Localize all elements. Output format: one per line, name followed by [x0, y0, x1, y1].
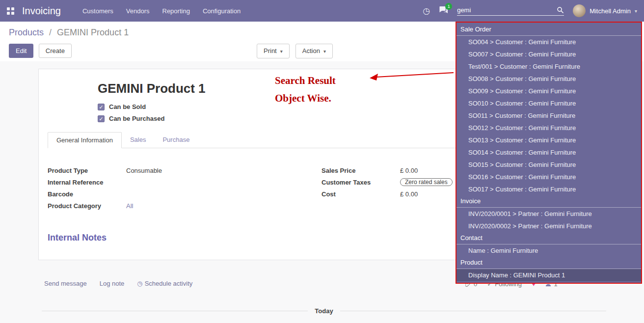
chat-unread-badge: 1: [445, 3, 452, 10]
annotation-line-1: Search Result: [275, 72, 336, 89]
breadcrumb-products-link[interactable]: Products: [9, 27, 44, 37]
avatar: [573, 4, 586, 17]
menu-configuration[interactable]: Configuration: [203, 7, 241, 15]
search-icon[interactable]: [557, 6, 564, 14]
search-result-item[interactable]: SO012 > Customer : Gemini Furniture: [456, 122, 641, 134]
activities-clock-icon[interactable]: ◷: [423, 7, 430, 15]
chatter-buttons: Send message Log note ◷Schedule activity: [44, 280, 192, 287]
search-group-header: Sale Order: [456, 24, 641, 36]
today-divider: Today: [42, 307, 606, 315]
edit-button[interactable]: Edit: [9, 44, 33, 58]
clock-icon: ◷: [137, 280, 142, 287]
customer-taxes-label: Customer Taxes: [322, 179, 400, 186]
product-category-row: Product Category All: [48, 201, 322, 210]
product-category-value[interactable]: All: [126, 202, 133, 210]
menu-customers[interactable]: Customers: [82, 7, 113, 15]
can-be-sold-checkbox[interactable]: ✓: [98, 104, 105, 110]
search-result-item[interactable]: SO015 > Customer : Gemini Furniture: [456, 159, 641, 171]
search-group-sale-order: Sale Order SO004 > Customer : Gemini Fur…: [456, 24, 641, 195]
global-search: [457, 6, 564, 16]
search-group-header: Invoice: [456, 195, 641, 208]
search-result-item[interactable]: SO017 > Customer : Gemini Furniture: [456, 183, 641, 195]
action-menu-button[interactable]: Action▾: [295, 44, 333, 58]
app-title[interactable]: Invoicing: [22, 5, 61, 17]
product-type-value: Consumable: [126, 167, 162, 174]
left-field-group: Product Type Consumable Internal Referen…: [48, 166, 322, 213]
topbar-right: ◷ 1 Mitchell Admin ▾: [423, 4, 637, 17]
search-group-contact: Contact Name : Gemini Furniture: [456, 232, 641, 257]
internal-reference-label: Internal Reference: [48, 179, 126, 186]
search-result-item[interactable]: SO008 > Customer : Gemini Furniture: [456, 73, 641, 85]
send-message-button[interactable]: Send message: [44, 280, 87, 287]
can-be-sold-label: Can be Sold: [109, 103, 146, 110]
internal-reference-row: Internal Reference: [48, 178, 322, 187]
search-group-header: Product: [456, 257, 641, 269]
search-group-header: Contact: [456, 232, 641, 244]
log-note-button[interactable]: Log note: [100, 280, 125, 287]
can-be-purchased-label: Can be Purchased: [109, 115, 164, 122]
tab-sales[interactable]: Sales: [122, 132, 155, 148]
tab-general-information[interactable]: General Information: [48, 132, 122, 148]
top-menu: Customers Vendors Reporting Configuratio…: [82, 7, 241, 15]
create-button[interactable]: Create: [39, 44, 72, 58]
page: Invoicing Customers Vendors Reporting Co…: [0, 0, 644, 323]
search-result-item[interactable]: SO011 > Customer : Gemini Furniture: [456, 109, 641, 122]
product-type-label: Product Type: [48, 167, 126, 174]
messages-icon[interactable]: 1: [439, 6, 448, 16]
menu-vendors[interactable]: Vendors: [126, 7, 150, 15]
action-buttons: Print▾ Action▾: [254, 44, 333, 58]
search-result-item[interactable]: INV/2020/0002 > Partner : Gemini Furnitu…: [456, 220, 641, 232]
schedule-activity-button[interactable]: ◷Schedule activity: [137, 280, 192, 287]
cost-value: £ 0.00: [400, 190, 418, 198]
topbar: Invoicing Customers Vendors Reporting Co…: [0, 0, 644, 22]
product-type-row: Product Type Consumable: [48, 166, 322, 175]
search-result-item[interactable]: SO014 > Customer : Gemini Furniture: [456, 146, 641, 159]
breadcrumb-current: GEMINI Product 1: [57, 27, 129, 37]
search-result-item[interactable]: SO004 > Customer : Gemini Furniture: [456, 36, 641, 48]
menu-reporting[interactable]: Reporting: [162, 7, 190, 15]
barcode-label: Barcode: [48, 190, 126, 198]
search-group-product: Product Display Name : GEMINI Product 1: [456, 257, 641, 281]
search-group-invoice: Invoice INV/2020/0001 > Partner : Gemini…: [456, 195, 641, 232]
print-menu-button[interactable]: Print▾: [257, 44, 290, 58]
barcode-row: Barcode: [48, 189, 322, 198]
product-category-label: Product Category: [48, 202, 126, 210]
search-result-item[interactable]: Test/001 > Customer : Gemini Furniture: [456, 60, 641, 73]
apps-menu-icon[interactable]: [7, 7, 14, 15]
chevron-down-icon: ▾: [635, 8, 637, 14]
search-result-item[interactable]: SO009 > Customer : Gemini Furniture: [456, 85, 641, 97]
search-result-item[interactable]: SO013 > Customer : Gemini Furniture: [456, 134, 641, 146]
annotation-line-2: Object Wise.: [275, 89, 336, 107]
cost-label: Cost: [322, 190, 400, 198]
chevron-down-icon: ▾: [280, 49, 283, 54]
tab-purchase[interactable]: Purchase: [154, 132, 198, 148]
chevron-down-icon: ▾: [323, 49, 326, 54]
search-result-item-selected[interactable]: Display Name : GEMINI Product 1: [456, 269, 641, 281]
customer-taxes-tag: Zero rated sales: [400, 178, 453, 186]
sales-price-label: Sales Price: [322, 167, 400, 174]
can-be-purchased-checkbox[interactable]: ✓: [98, 115, 105, 122]
today-label: Today: [315, 307, 333, 315]
annotation-note: Search Result Object Wise.: [275, 72, 336, 107]
user-menu[interactable]: Mitchell Admin ▾: [573, 4, 637, 17]
breadcrumb-separator: /: [49, 27, 52, 37]
search-result-item[interactable]: INV/2020/0001 > Partner : Gemini Furnitu…: [456, 208, 641, 220]
search-result-item[interactable]: SO010 > Customer : Gemini Furniture: [456, 97, 641, 109]
search-result-item[interactable]: SO007 > Customer : Gemini Furniture: [456, 48, 641, 60]
search-result-item[interactable]: SO016 > Customer : Gemini Furniture: [456, 171, 641, 183]
search-results-dropdown: Sale Order SO004 > Customer : Gemini Fur…: [456, 22, 642, 284]
user-name: Mitchell Admin: [590, 7, 631, 15]
annotation-arrow: [369, 69, 456, 84]
search-result-item[interactable]: Name : Gemini Furniture: [456, 244, 641, 257]
search-input[interactable]: [457, 6, 557, 14]
sales-price-value: £ 0.00: [400, 167, 418, 174]
